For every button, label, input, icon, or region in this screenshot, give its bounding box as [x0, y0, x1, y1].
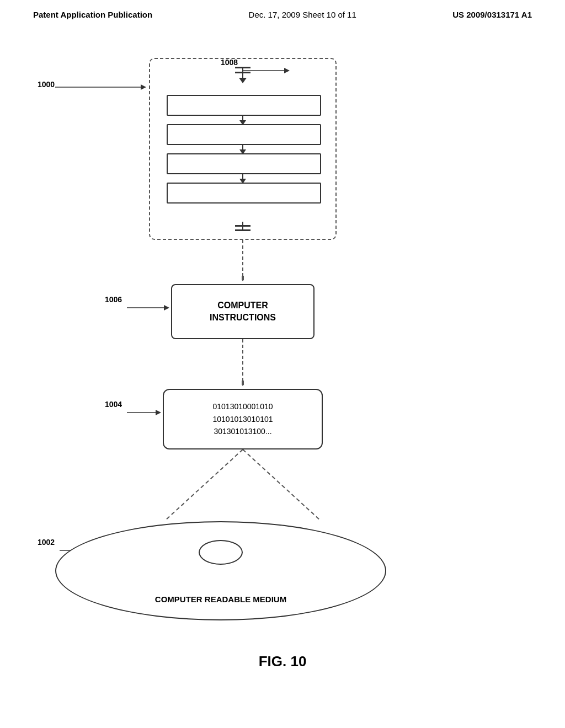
flow-block-3: [167, 153, 321, 174]
disk-outer-ellipse: COMPUTER READABLE MEDIUM: [55, 521, 386, 620]
exit-symbol: [235, 222, 250, 231]
dashed-arrow-ci-to-binary: [242, 339, 244, 390]
label-1006: 1006: [105, 295, 122, 304]
svg-marker-5: [242, 276, 244, 281]
flow-block-1: [167, 95, 321, 116]
label-1002: 1002: [38, 538, 55, 547]
figure-caption: FIG. 10: [0, 653, 565, 670]
dashed-lines-to-disk: [110, 449, 375, 524]
header-left: Patent Application Publication: [33, 10, 152, 19]
page-header: Patent Application Publication Dec. 17, …: [0, 0, 565, 25]
binary-text: 01013010001010 10101013010101 3013010131…: [212, 400, 273, 437]
arrow-1000: [55, 82, 149, 93]
svg-line-12: [166, 449, 243, 520]
disk-label: COMPUTER READABLE MEDIUM: [56, 595, 385, 604]
svg-marker-1: [141, 84, 146, 90]
disk-inner-ellipse: [199, 540, 243, 565]
flow-block-4: [167, 183, 321, 204]
header-right: US 2009/0313171 A1: [452, 10, 532, 19]
diagram-area: 1000 1008: [0, 25, 565, 698]
svg-marker-11: [156, 410, 161, 415]
label-1000: 1000: [38, 80, 55, 89]
arrow-1004: [127, 407, 164, 418]
svg-marker-7: [164, 305, 169, 311]
flowchart-dashed-box: [149, 58, 337, 240]
label-1004: 1004: [105, 400, 122, 409]
flow-block-2: [167, 124, 321, 145]
svg-marker-9: [242, 381, 244, 386]
entry-symbol: [235, 67, 250, 83]
arrow-1006: [127, 302, 172, 313]
header-center: Dec. 17, 2009 Sheet 10 of 11: [249, 10, 356, 19]
dashed-arrow-box-to-ci: [242, 240, 244, 285]
computer-instructions-text: COMPUTERINSTRUCTIONS: [210, 299, 276, 324]
svg-line-13: [243, 449, 320, 520]
computer-instructions-box: COMPUTERINSTRUCTIONS: [171, 284, 315, 339]
binary-code-box: 01013010001010 10101013010101 3013010131…: [163, 389, 323, 449]
